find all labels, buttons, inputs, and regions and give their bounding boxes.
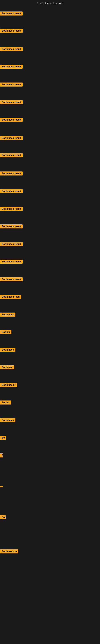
bottleneck-result-badge: Bottleneck result — [0, 12, 23, 16]
bottleneck-result-badge: Bottleneck r — [0, 383, 17, 387]
bottleneck-result-badge: Bottleneck — [0, 312, 15, 316]
bottleneck-result-badge: Bottleneck re — [0, 550, 18, 554]
bottleneck-result-badge: Bottleneck — [0, 348, 15, 352]
bottleneck-result-badge: Bottleneck result — [0, 153, 23, 157]
bottleneck-result-badge: Bottleneck result — [0, 64, 23, 69]
bottleneck-result-badge: Bottlen — [0, 330, 11, 334]
bottleneck-result-badge: Bottler — [0, 400, 11, 404]
bottleneck-result-badge: Bottleneck result — [0, 207, 23, 211]
bottleneck-result-badge: Bottleneck result — [0, 118, 23, 122]
bottleneck-result-badge: Bot — [0, 515, 6, 519]
bottleneck-result-badge: Bottleneck result — [0, 82, 23, 86]
bottleneck-result-badge: Bottleneck — [0, 418, 15, 422]
bottleneck-result-badge: Bottleneck result — [0, 242, 23, 246]
bottleneck-result-badge: Bottleneck result — [0, 189, 23, 193]
bottleneck-result-badge: Bottleneck result — [0, 100, 23, 104]
bottleneck-result-badge: Bottlenec — [0, 365, 14, 369]
bottleneck-result-badge: Bottleneck result — [0, 224, 23, 228]
bottleneck-result-badge — [0, 486, 3, 487]
bottleneck-result-badge: B — [0, 454, 3, 458]
site-title: TheBottlenecker.com — [0, 2, 100, 5]
bottleneck-result-badge: Bo — [0, 436, 6, 440]
bottleneck-result-badge: Bottleneck result — [0, 29, 23, 33]
bottleneck-result-badge: Bottleneck resu — [0, 295, 21, 299]
bottleneck-result-badge: Bottleneck result — [0, 172, 23, 176]
bottleneck-result-badge: Bottleneck result — [0, 47, 23, 51]
bottleneck-result-badge: Bottleneck result — [0, 260, 23, 264]
bottleneck-result-badge: Bottleneck result — [0, 277, 23, 281]
bottleneck-result-badge: Bottleneck result — [0, 136, 23, 140]
